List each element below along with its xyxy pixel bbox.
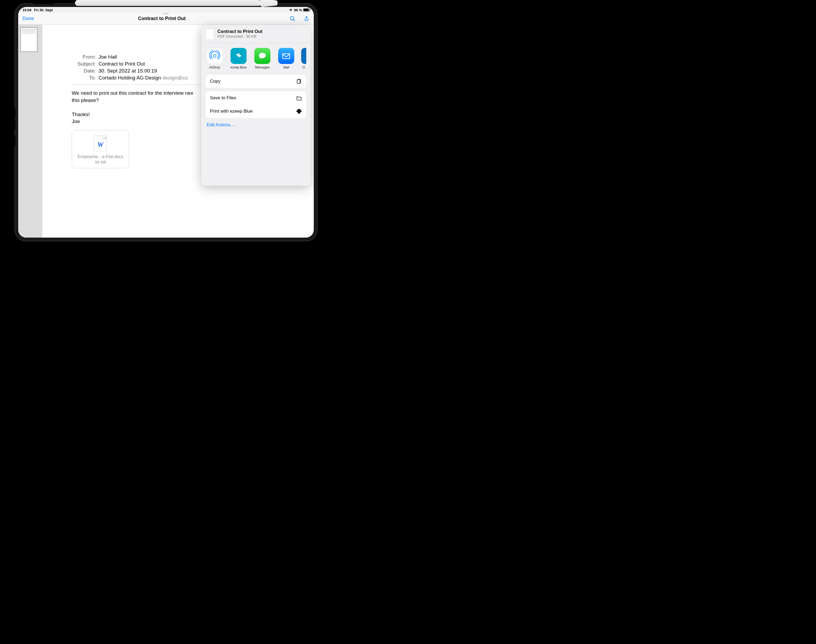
mail-app[interactable]: Mail: [277, 48, 295, 69]
subject-label: Subject:: [72, 61, 96, 67]
attachment-tile[interactable]: W Employme…a-Flat.docx 95 KB: [72, 130, 129, 168]
ipad-device: 15:04 Fri 30. Sept 86 % Done Contract to…: [14, 3, 318, 241]
svg-point-0: [290, 16, 294, 20]
status-bar: 15:04 Fri 30. Sept 86 %: [18, 7, 314, 13]
attachment-name: Employme…a-Flat.docx: [75, 154, 126, 159]
svg-rect-4: [283, 54, 290, 58]
copy-icon: [296, 78, 302, 84]
svg-rect-6: [297, 80, 300, 84]
attachment-size: 95 KB: [75, 160, 126, 164]
svg-point-7: [300, 111, 301, 111]
ezeep-icon: [231, 48, 247, 64]
battery-icon: [303, 8, 309, 12]
page-title: Contract to Print Out: [34, 16, 290, 21]
svg-point-3: [259, 53, 266, 58]
word-doc-icon: W: [94, 135, 107, 151]
print-ezeep-action[interactable]: Print with ezeep Blue: [206, 104, 306, 118]
edit-actions-button[interactable]: Edit Actions…: [207, 122, 305, 127]
search-icon[interactable]: [290, 16, 295, 21]
apple-pencil: [75, 0, 261, 6]
side-button-1: [14, 108, 15, 118]
svg-point-2: [213, 55, 216, 58]
done-button[interactable]: Done: [23, 16, 34, 21]
to-label: To:: [72, 75, 96, 81]
action-group-2: Save to Files Print with ezeep Blue: [206, 91, 306, 118]
messages-app[interactable]: Messages: [253, 48, 271, 69]
ezeep-app[interactable]: ezeep Blue: [229, 48, 247, 69]
share-sheet: Contract to Print Out PDF Document · 50 …: [201, 25, 310, 186]
share-header: Contract to Print Out PDF Document · 50 …: [201, 25, 310, 43]
page-thumbnail[interactable]: [20, 27, 37, 52]
volume-buttons: [33, 2, 54, 4]
outlook-app[interactable]: O O: [301, 48, 306, 69]
airdrop-app[interactable]: AirDrop: [206, 48, 224, 69]
from-label: From:: [72, 54, 96, 60]
share-icon[interactable]: [304, 16, 309, 21]
save-to-files-action[interactable]: Save to Files: [206, 91, 306, 104]
doc-preview-icon: [206, 29, 214, 40]
svg-line-1: [294, 19, 295, 21]
share-app-row[interactable]: AirDrop ezeep Blue Messages: [201, 43, 310, 71]
thumbnail-sidebar: [18, 25, 42, 238]
wifi-icon: [289, 8, 293, 12]
navigation-bar: Done Contract to Print Out: [18, 13, 314, 25]
copy-action[interactable]: Copy: [206, 75, 306, 88]
status-time: 15:04: [23, 8, 31, 12]
share-subtitle: PDF Document · 50 KB: [217, 34, 262, 38]
mail-icon: [278, 48, 294, 64]
date-label: Date:: [72, 68, 96, 74]
messages-icon: [254, 48, 270, 64]
outlook-icon: O: [301, 48, 306, 64]
side-button-3: [14, 135, 15, 146]
side-button-2: [14, 119, 15, 129]
share-title: Contract to Print Out: [217, 29, 262, 34]
battery-pct: 86 %: [294, 8, 302, 12]
action-group-1: Copy: [206, 75, 306, 88]
printer-icon: [296, 108, 302, 114]
screen: 15:04 Fri 30. Sept 86 % Done Contract to…: [18, 7, 314, 238]
status-date: Fri 30. Sept: [34, 8, 53, 12]
folder-icon: [296, 95, 302, 101]
multitask-dots[interactable]: [164, 13, 168, 14]
airdrop-icon: [207, 48, 223, 64]
